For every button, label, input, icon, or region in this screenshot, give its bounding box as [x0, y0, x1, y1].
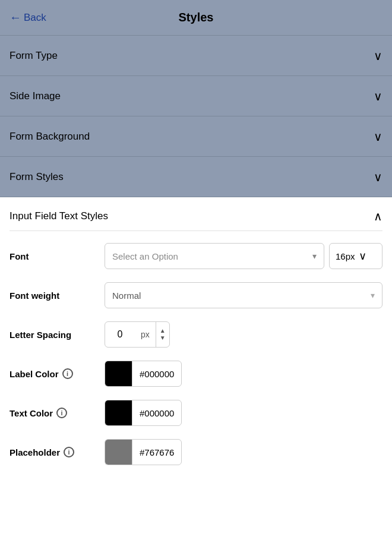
placeholder-color-group: # 767676: [105, 439, 182, 465]
font-placeholder: Select an Option: [112, 251, 178, 261]
label-color-row: Label Color i # 000000: [10, 361, 382, 387]
placeholder-info-icon[interactable]: i: [64, 447, 74, 457]
chevron-down-icon: ∨: [374, 49, 382, 63]
text-color-swatch[interactable]: [105, 400, 132, 426]
spacing-unit: px: [135, 322, 156, 347]
placeholder-color-input[interactable]: # 767676: [132, 439, 182, 465]
placeholder-color-hex: 767676: [144, 447, 174, 457]
label-color-info-icon[interactable]: i: [62, 368, 73, 379]
font-row: Font Select an Option ▾ 16px ∨: [10, 243, 382, 269]
accordion-side-image[interactable]: Side Image ∨: [0, 76, 392, 116]
expanded-section-title: Input Field Text Styles: [10, 210, 108, 222]
label-color-input[interactable]: # 000000: [132, 361, 182, 387]
side-image-label: Side Image: [10, 90, 61, 102]
font-weight-label: Font weight: [10, 291, 105, 301]
back-button[interactable]: ← Back: [10, 11, 46, 24]
spacing-down-icon[interactable]: ▼: [160, 335, 166, 341]
font-size-arrow-icon: ∨: [359, 250, 366, 263]
back-label: Back: [24, 12, 46, 24]
placeholder-color-hash: #: [140, 447, 144, 457]
font-label: Font: [10, 251, 105, 261]
text-color-row: Text Color i # 000000: [10, 400, 382, 426]
accordion-form-type[interactable]: Form Type ∨: [0, 36, 392, 76]
spacing-stepper[interactable]: ▲ ▼: [156, 322, 169, 347]
chevron-down-icon: ∨: [374, 170, 382, 184]
expanded-section-header[interactable]: Input Field Text Styles ∧: [10, 209, 382, 231]
font-weight-arrow-icon: ▾: [371, 291, 375, 300]
letter-spacing-input[interactable]: [105, 329, 135, 340]
label-color-label: Label Color i: [10, 368, 105, 379]
accordion-form-background[interactable]: Form Background ∨: [0, 116, 392, 157]
spacing-up-icon[interactable]: ▲: [160, 328, 166, 334]
label-color-hash: #: [140, 369, 144, 379]
page-title: Styles: [179, 11, 214, 24]
label-color-group: # 000000: [105, 361, 182, 387]
form-background-label: Form Background: [10, 131, 90, 143]
back-arrow-icon: ←: [10, 11, 21, 24]
font-size-value: 16px: [336, 251, 355, 261]
text-color-group: # 000000: [105, 400, 182, 426]
input-field-text-styles-section: Input Field Text Styles ∧ Font Select an…: [0, 197, 392, 493]
letter-spacing-label: Letter Spacing: [10, 330, 105, 340]
text-color-input[interactable]: # 000000: [132, 400, 182, 426]
font-weight-dropdown[interactable]: Normal ▾: [105, 282, 382, 308]
font-dropdown-arrow-icon: ▾: [312, 251, 317, 261]
text-color-info-icon[interactable]: i: [56, 408, 67, 418]
placeholder-label: Placeholder i: [10, 447, 105, 457]
placeholder-color-swatch[interactable]: [105, 439, 132, 465]
header: ← Back Styles: [0, 0, 392, 36]
text-color-label: Text Color i: [10, 408, 105, 418]
accordion-form-styles[interactable]: Form Styles ∨: [0, 157, 392, 197]
form-styles-label: Form Styles: [10, 171, 64, 183]
form-type-label: Form Type: [10, 50, 58, 62]
chevron-up-icon: ∧: [374, 209, 382, 223]
label-color-swatch[interactable]: [105, 361, 132, 387]
chevron-down-icon: ∨: [374, 89, 382, 103]
text-color-hash: #: [140, 408, 144, 418]
font-weight-row: Font weight Normal ▾: [10, 282, 382, 308]
font-size-dropdown[interactable]: 16px ∨: [329, 243, 382, 269]
chevron-down-icon: ∨: [374, 130, 382, 144]
label-color-hex: 000000: [144, 369, 174, 379]
text-color-hex: 000000: [144, 408, 174, 418]
placeholder-row: Placeholder i # 767676: [10, 439, 382, 465]
letter-spacing-row: Letter Spacing px ▲ ▼: [10, 321, 382, 348]
font-weight-value: Normal: [112, 291, 141, 301]
font-select-dropdown[interactable]: Select an Option ▾: [105, 243, 324, 269]
letter-spacing-input-group: px ▲ ▼: [105, 321, 170, 348]
